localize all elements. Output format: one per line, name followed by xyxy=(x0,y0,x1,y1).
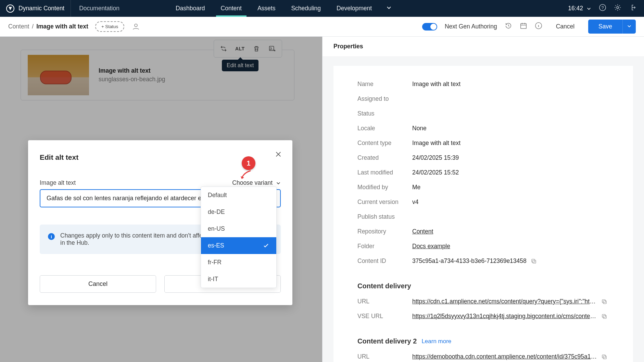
k-modified: Last modified xyxy=(357,169,412,176)
variant-option-en-US[interactable]: en-US xyxy=(201,220,276,237)
assignee-avatar-icon[interactable] xyxy=(131,22,141,32)
k-pubstat: Publish status xyxy=(357,213,412,220)
v-ver: v4 xyxy=(412,198,418,206)
svg-rect-10 xyxy=(532,259,535,262)
properties-panel: Properties NameImage with alt text Assig… xyxy=(322,37,644,362)
save-button[interactable]: Save xyxy=(588,20,622,34)
properties-header: Properties xyxy=(323,37,644,56)
v-ctype: Image with alt text xyxy=(412,140,460,147)
clock-time: 16:42 xyxy=(568,5,583,12)
svg-rect-5 xyxy=(520,24,526,29)
breadcrumb: Content / Image with alt text xyxy=(8,23,88,30)
close-icon[interactable] xyxy=(275,150,282,160)
nav-assets[interactable]: Assets xyxy=(257,0,276,17)
v-name: Image with alt text xyxy=(412,81,460,88)
v-cid: 375c95a1-a734-4133-b3e6-712369e13458 xyxy=(412,257,527,265)
v-folder[interactable]: Docs example xyxy=(412,243,450,250)
cancel-link[interactable]: Cancel xyxy=(556,23,574,30)
v-modified: 24/02/2025 15:52 xyxy=(412,169,459,176)
crumb-current: Image with alt text xyxy=(36,23,88,30)
v-d2-url[interactable]: https://demobootha.cdn.content.amplience… xyxy=(412,353,597,360)
k-cid: Content ID xyxy=(357,257,412,265)
copy-icon[interactable] xyxy=(601,313,607,319)
chevron-down-icon xyxy=(627,24,632,28)
section-delivery-2: Content delivery 2Learn more xyxy=(357,337,609,345)
brand-name: Dynamic Content xyxy=(18,5,64,12)
crumb-content[interactable]: Content xyxy=(8,23,29,30)
k-locale: Locale xyxy=(357,125,412,132)
variant-dropdown: Default de-DE en-US es-ES fr-FR it-IT xyxy=(201,186,277,288)
check-icon xyxy=(263,242,269,249)
k-ctype: Content type xyxy=(357,140,412,147)
k-d1-vse: VSE URL xyxy=(357,313,412,320)
brand-logo-icon xyxy=(6,4,14,13)
k-ver: Current version xyxy=(357,198,412,206)
v-modby: Me xyxy=(412,184,420,191)
annotation-arrow-icon xyxy=(240,170,253,180)
history-icon[interactable] xyxy=(505,22,512,31)
info-icon[interactable] xyxy=(535,22,542,31)
section-delivery-1: Content delivery xyxy=(357,282,609,290)
variant-option-es-ES[interactable]: es-ES xyxy=(201,237,276,254)
topbar: Dynamic Content Documentation Dashboard … xyxy=(0,0,644,17)
nav-development[interactable]: Development xyxy=(337,0,372,17)
v-repo[interactable]: Content xyxy=(412,228,433,235)
svg-rect-15 xyxy=(603,356,606,359)
k-created: Created xyxy=(357,154,412,161)
k-status: Status xyxy=(357,110,412,117)
alt-text-label: Image alt text xyxy=(40,179,76,186)
variant-option-it-IT[interactable]: it-IT xyxy=(201,271,276,288)
nav-content[interactable]: Content xyxy=(221,0,242,17)
nav-dashboard[interactable]: Dashboard xyxy=(176,0,205,17)
nextgen-toggle[interactable] xyxy=(422,23,437,31)
svg-text:?: ? xyxy=(601,5,604,10)
copy-icon[interactable] xyxy=(601,299,607,305)
calendar-icon[interactable] xyxy=(520,22,527,31)
learn-more-link[interactable]: Learn more xyxy=(421,338,451,345)
nextgen-label: Next Gen Authoring xyxy=(445,23,497,30)
copy-icon[interactable] xyxy=(601,354,607,360)
annotation-badge-1: 1 xyxy=(242,156,255,170)
v-locale: None xyxy=(412,125,427,132)
svg-point-3 xyxy=(617,7,619,9)
logout-icon[interactable] xyxy=(629,4,636,13)
svg-rect-11 xyxy=(603,301,606,304)
copy-icon[interactable] xyxy=(531,258,537,264)
k-repo: Repository xyxy=(357,228,412,235)
chevron-down-icon xyxy=(276,181,281,185)
v-d1-url[interactable]: https://cdn.c1.amplience.net/cms/content… xyxy=(412,298,597,305)
variant-option-fr-FR[interactable]: fr-FR xyxy=(201,254,276,271)
k-name: Name xyxy=(357,81,412,88)
choose-variant-label: Choose variant xyxy=(232,179,273,186)
v-d1-vse[interactable]: https://1q2l5dsyyxvy313n1cqjhkj4tj.stagi… xyxy=(412,313,597,320)
svg-point-4 xyxy=(135,24,137,27)
main-nav: Dashboard Content Assets Scheduling Deve… xyxy=(176,0,392,17)
subbar: Content / Image with alt text + Status N… xyxy=(0,17,644,37)
choose-variant-button[interactable]: Choose variant xyxy=(232,179,281,186)
k-modby: Modified by xyxy=(357,184,412,191)
svg-rect-14 xyxy=(602,314,605,317)
clock[interactable]: 16:42 xyxy=(568,5,591,12)
chevron-down-icon xyxy=(586,6,591,11)
nav-scheduling[interactable]: Scheduling xyxy=(291,0,321,17)
variant-option-de-DE[interactable]: de-DE xyxy=(201,204,276,220)
k-d2-url: URL xyxy=(357,353,412,360)
save-more-button[interactable] xyxy=(622,20,636,34)
k-assigned: Assigned to xyxy=(357,95,412,102)
variant-option-label: es-ES xyxy=(208,242,224,249)
info-circle-icon: i xyxy=(48,233,55,240)
variant-option-default[interactable]: Default xyxy=(201,187,276,204)
svg-rect-9 xyxy=(533,260,536,263)
gear-icon[interactable] xyxy=(614,4,621,13)
modal-cancel-button[interactable]: Cancel xyxy=(40,275,156,293)
brand: Dynamic Content xyxy=(0,0,71,17)
k-d1-url: URL xyxy=(357,298,412,305)
help-icon[interactable]: ? xyxy=(599,4,606,13)
svg-rect-13 xyxy=(603,315,606,318)
add-status-button[interactable]: + Status xyxy=(95,21,124,32)
k-folder: Folder xyxy=(357,243,412,250)
nav-more-chevron-down-icon[interactable] xyxy=(386,5,392,12)
topbar-subtitle: Documentation xyxy=(71,5,128,12)
v-created: 24/02/2025 15:39 xyxy=(412,154,459,161)
crumb-sep: / xyxy=(32,23,34,30)
